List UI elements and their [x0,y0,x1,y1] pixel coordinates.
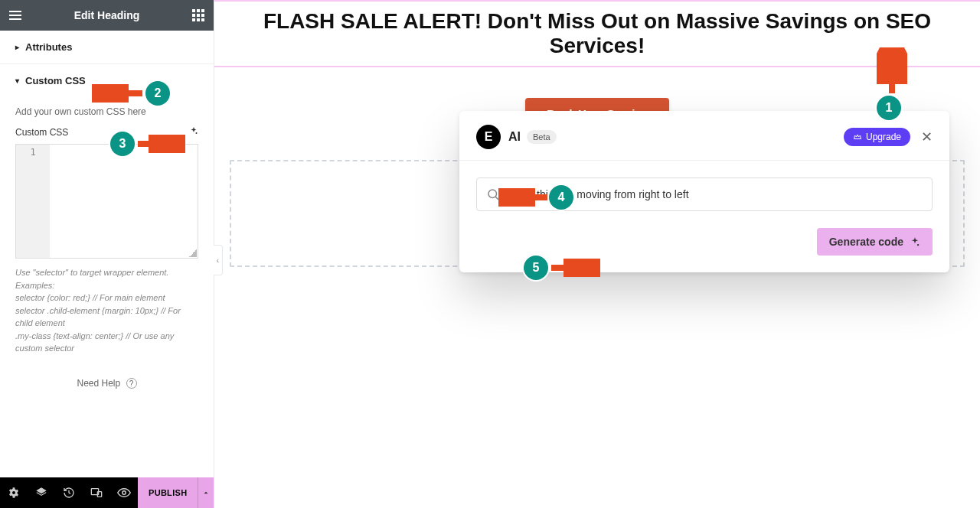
upgrade-button[interactable]: Upgrade [844,128,910,146]
crown-icon [853,132,862,142]
help-icon: ? [126,378,137,389]
layers-icon[interactable] [28,477,55,508]
publish-button[interactable]: PUBLISH [138,477,198,508]
annotation-badge-3: 3 [110,132,135,156]
panel-body: ▸ Attributes ▾ Custom CSS Add your own c… [0,31,214,477]
search-icon [486,187,500,201]
ai-modal-title: AI [508,130,521,144]
page-heading: FLASH SALE ALERT! Don't Miss Out on Mass… [245,9,949,58]
css-help-text: Use "selector" to target wrapper element… [15,266,198,355]
custom-css-content: Add your own custom CSS here Custom CSS … [0,97,214,412]
svg-point-0 [196,132,198,134]
editor-code-area[interactable] [50,145,198,258]
ai-modal: E AI Beta Upgrade ✕ Generate code [459,111,949,272]
need-help-link[interactable]: Need Help ? [15,355,198,396]
annotation-badge-2: 2 [145,81,170,106]
custom-css-label: Custom CSS [15,127,68,138]
chevron-right-icon: ▸ [15,43,19,51]
panel-title: Edit Heading [23,9,191,21]
publish-options-button[interactable] [198,477,214,508]
beta-badge: Beta [527,130,557,144]
annotation-badge-5: 5 [524,256,548,280]
section-custom-css[interactable]: ▾ Custom CSS [0,64,214,97]
chevron-down-icon: ▾ [15,77,19,85]
menu-icon[interactable] [8,8,23,23]
elementor-logo-icon: E [476,125,501,149]
custom-css-intro: Add your own custom CSS here [15,106,198,117]
editor-panel: Edit Heading ▸ Attributes ▾ Custom CSS A… [0,0,214,508]
heading-widget[interactable]: FLASH SALE ALERT! Don't Miss Out on Mass… [214,2,980,67]
ai-prompt-field[interactable] [476,177,933,211]
preview-icon[interactable] [110,477,138,508]
resize-handle-icon[interactable] [189,249,197,257]
svg-point-6 [917,244,919,246]
panel-footer: PUBLISH [0,477,214,508]
preview-canvas: FLASH SALE ALERT! Don't Miss Out on Mass… [214,0,980,508]
section-label: Attributes [25,41,72,53]
svg-line-5 [495,197,498,199]
responsive-icon[interactable] [83,477,110,508]
custom-css-editor[interactable]: 1 [15,144,198,259]
sparkle-icon [910,236,920,247]
annotation-badge-4: 4 [549,185,573,210]
section-label: Custom CSS [25,75,86,86]
ai-sparkle-icon[interactable] [189,126,198,138]
annotation-badge-1: 1 [877,96,901,120]
settings-icon[interactable] [0,477,28,508]
history-icon[interactable] [55,477,83,508]
close-icon[interactable]: ✕ [921,130,933,144]
panel-header: Edit Heading [0,0,214,31]
svg-point-4 [488,190,497,198]
svg-point-3 [122,491,126,495]
generate-code-button[interactable]: Generate code [817,228,933,256]
section-attributes[interactable]: ▸ Attributes [0,31,214,64]
editor-gutter: 1 [16,145,50,258]
apps-grid-icon[interactable] [191,8,206,23]
